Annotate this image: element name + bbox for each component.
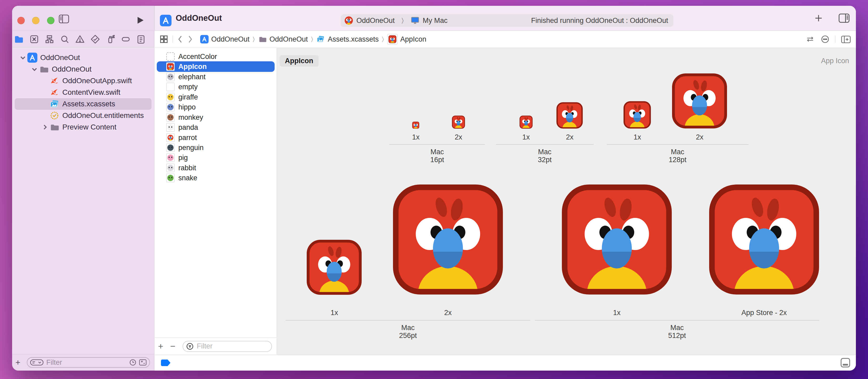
asset-filter-field[interactable] xyxy=(183,341,272,352)
add-file-button[interactable]: + xyxy=(12,358,24,368)
swift-file-icon xyxy=(49,88,60,97)
symbol-navigator-icon[interactable] xyxy=(44,34,55,45)
add-editor-icon[interactable] xyxy=(841,34,851,44)
list-item-empty[interactable]: empty xyxy=(157,82,275,92)
list-item-pig[interactable]: pig xyxy=(157,152,275,163)
scheme-selector[interactable]: OddOneOut 〉 My Mac Finished running OddO… xyxy=(341,14,673,27)
zoom-button[interactable] xyxy=(47,17,55,24)
list-item-penguin[interactable]: penguin xyxy=(157,142,275,153)
back-icon[interactable] xyxy=(177,35,183,43)
appicon-slot-mac32-1x[interactable] xyxy=(520,116,533,129)
issue-navigator-icon[interactable] xyxy=(75,34,85,45)
toggle-navigator-icon[interactable] xyxy=(58,14,69,24)
list-item-monkey[interactable]: monkey xyxy=(157,112,275,123)
remove-asset-button[interactable]: − xyxy=(167,341,179,351)
panda-thumb xyxy=(167,124,174,130)
rabbit-thumb xyxy=(167,165,174,171)
list-item-giraffe[interactable]: giraffe xyxy=(157,92,275,103)
asset-list: AccentColor AppIcon elephant empty giraf… xyxy=(155,48,277,338)
appicon-slot-mac16-2x[interactable] xyxy=(452,116,465,129)
list-item-panda[interactable]: panda xyxy=(157,122,275,133)
project-app-icon xyxy=(27,53,38,63)
appicon-thumb xyxy=(166,62,175,71)
entitlements-icon xyxy=(49,111,60,120)
debug-bar xyxy=(155,355,856,371)
more-options-icon[interactable] xyxy=(820,34,830,44)
library-add-icon[interactable] xyxy=(814,13,823,23)
appicon-slot-mac32-2x[interactable] xyxy=(556,102,583,129)
appicon-slot-mac16-1x[interactable] xyxy=(412,122,419,129)
debug-area-toggle-icon[interactable] xyxy=(840,357,851,368)
giraffe-thumb xyxy=(167,94,174,100)
tree-row-group[interactable]: OddOneOut xyxy=(15,63,152,75)
monkey-thumb xyxy=(167,114,174,120)
debug-navigator-icon[interactable] xyxy=(105,34,116,45)
list-item-rabbit[interactable]: rabbit xyxy=(157,163,275,173)
list-item-snake[interactable]: snake xyxy=(157,173,275,183)
list-item-parrot[interactable]: parrot xyxy=(157,133,275,143)
tree-row-entitlements[interactable]: OddOneOut.entitlements xyxy=(15,110,152,121)
folder-mini-icon xyxy=(258,35,267,43)
breadcrumb-group[interactable]: OddOneOut xyxy=(258,35,308,43)
navigator-filter-field[interactable] xyxy=(27,357,150,368)
report-navigator-icon[interactable] xyxy=(136,34,146,45)
appicon-slot-mac512-1x[interactable] xyxy=(561,184,672,295)
tree-row-assets-selected[interactable]: Assets.xcassets xyxy=(15,98,152,110)
related-items-icon[interactable] xyxy=(159,34,169,44)
breadcrumb-asset[interactable]: AppIcon xyxy=(387,34,426,45)
scheme-target[interactable]: OddOneOut 〉 My Mac xyxy=(341,16,447,25)
recent-files-clock-icon[interactable] xyxy=(129,358,137,367)
list-item-accentcolor[interactable]: AccentColor xyxy=(157,51,275,62)
scale-label: 1x xyxy=(292,309,376,317)
chevron-right-icon[interactable] xyxy=(41,124,49,130)
run-button[interactable] xyxy=(136,16,145,25)
tree-label: Assets.xcassets xyxy=(62,100,115,108)
tree-row-preview-content[interactable]: Preview Content xyxy=(15,121,152,133)
minimize-button[interactable] xyxy=(32,17,39,24)
breadcrumb-separator: 〉 xyxy=(382,35,384,43)
group-divider xyxy=(607,144,749,145)
chevron-down-icon[interactable] xyxy=(31,66,38,72)
forward-icon[interactable] xyxy=(187,35,194,43)
list-item-elephant[interactable]: elephant xyxy=(157,71,275,82)
source-control-navigator-icon[interactable] xyxy=(29,34,39,45)
close-button[interactable] xyxy=(18,17,25,24)
add-asset-button[interactable]: + xyxy=(155,341,167,351)
parrot-thumb xyxy=(166,134,175,142)
tree-row-project[interactable]: OddOneOut xyxy=(15,52,152,63)
source-control-status-icon[interactable] xyxy=(139,359,147,366)
chevron-down-icon[interactable] xyxy=(19,55,27,61)
breakpoints-toggle-tag[interactable] xyxy=(161,359,170,366)
navigator-filter-input[interactable] xyxy=(46,358,127,367)
test-navigator-icon[interactable] xyxy=(90,34,100,45)
group-name-mac128: Mac128pt xyxy=(646,148,709,164)
scheme-separator: 〉 xyxy=(402,17,404,25)
list-item-hippo[interactable]: hippo xyxy=(157,102,275,112)
activity-status: Finished running OddOneOut : OddOneOut xyxy=(447,17,673,25)
group-name-mac256: Mac256pt xyxy=(376,324,439,340)
appicon-slot-mac128-1x[interactable] xyxy=(623,101,651,129)
swap-editors-icon[interactable] xyxy=(805,35,815,44)
appicon-slot-mac128-2x[interactable] xyxy=(672,73,727,129)
breadcrumb-catalog[interactable]: Assets.xcassets xyxy=(316,35,379,43)
breakpoint-navigator-icon[interactable] xyxy=(121,34,131,45)
swift-file-icon xyxy=(49,76,60,86)
accentcolor-thumb xyxy=(166,52,175,61)
inspector-toggle-icon[interactable] xyxy=(838,13,850,23)
project-navigator-icon[interactable] xyxy=(14,34,24,45)
asset-label: penguin xyxy=(178,144,204,152)
navigator-tab-bar xyxy=(12,31,154,48)
filter-icon xyxy=(30,359,44,366)
appicon-slot-appstore-2x[interactable] xyxy=(709,184,819,295)
tree-row-swift-file[interactable]: ContentView.swift xyxy=(15,87,152,98)
tree-row-swift-file[interactable]: OddOneOutApp.swift xyxy=(15,75,152,87)
breadcrumb-project[interactable]: OddOneOut xyxy=(200,35,250,43)
selection-tab[interactable]: AppIcon xyxy=(280,55,318,66)
asset-list-toolbar: + − xyxy=(155,338,277,355)
appicon-slot-mac256-2x[interactable] xyxy=(393,184,503,295)
find-navigator-icon[interactable] xyxy=(59,34,70,45)
breadcrumb-catalog-label: Assets.xcassets xyxy=(328,35,379,43)
asset-filter-input[interactable] xyxy=(196,342,269,351)
list-item-appicon-selected[interactable]: AppIcon xyxy=(157,61,275,72)
appicon-slot-mac256-1x[interactable] xyxy=(306,239,362,295)
